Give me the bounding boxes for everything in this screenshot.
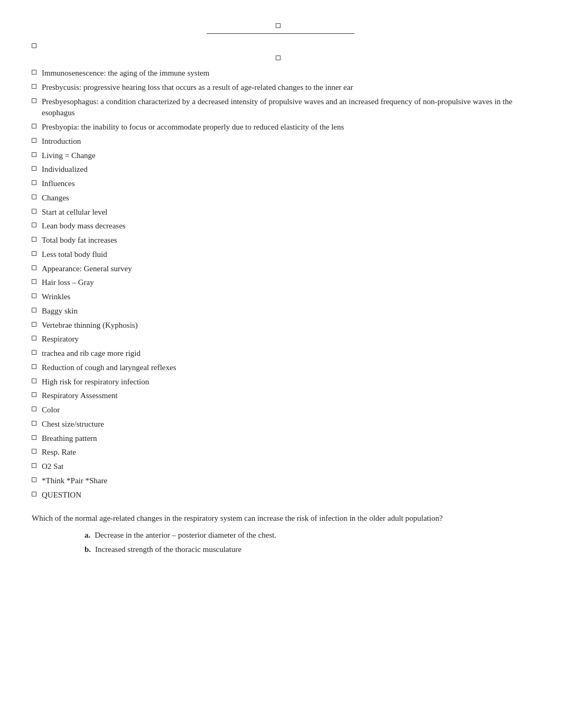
- bullet-icon: [32, 379, 36, 383]
- divider: [207, 33, 354, 34]
- answer-label: b.: [85, 545, 91, 554]
- list-item-text: Reduction of cough and laryngeal reflexe…: [42, 362, 176, 374]
- list-item-text: Total body fat increases: [42, 235, 117, 246]
- bullet-icon: [32, 223, 36, 227]
- list-item-text: Hair loss – Gray: [42, 277, 94, 289]
- bullet-icon: [32, 364, 36, 369]
- question-text: Which of the normal age-related changes …: [32, 512, 529, 524]
- list-item: trachea and rib cage more rigid: [32, 348, 529, 360]
- list-item: High risk for respiratory infection: [32, 376, 529, 388]
- terms-item: Presbycusis: progressive hearing loss th…: [32, 82, 529, 94]
- list-item-text: Respiratory: [42, 334, 79, 345]
- list-item-text: trachea and rib cage more rigid: [42, 348, 141, 360]
- list-item-text: Changes: [42, 192, 69, 204]
- main-title-line: [32, 21, 529, 30]
- list-item: O2 Sat: [32, 461, 529, 473]
- bullet-icon: [32, 293, 36, 298]
- terms-list: Immunosenescence: the aging of the immun…: [32, 68, 529, 133]
- bullet-icon: [32, 209, 36, 214]
- list-item: Respiratory: [32, 334, 529, 345]
- nur-bullet: [32, 43, 36, 48]
- terms-item: Immunosenescence: the aging of the immun…: [32, 68, 529, 79]
- bullet-icon: [32, 392, 36, 397]
- terms-item-text: Presbyopia: the inability to focus or ac…: [42, 122, 344, 133]
- bullet-icon: [32, 492, 36, 496]
- bullet-icon: [32, 166, 36, 171]
- bullet-icon: [32, 70, 36, 75]
- question-block: Which of the normal age-related changes …: [32, 512, 529, 555]
- list-item-text: Individualized: [42, 164, 88, 176]
- list-item-text: O2 Sat: [42, 461, 63, 473]
- bullet-icon: [32, 124, 36, 128]
- bullet-icon: [32, 421, 36, 426]
- answer-item: b.Increased strength of the thoracic mus…: [85, 544, 529, 556]
- list-item: Color: [32, 404, 529, 416]
- list-item: Reduction of cough and laryngeal reflexe…: [32, 362, 529, 374]
- list-item-text: Chest size/structure: [42, 419, 104, 430]
- list-item-text: Less total body fluid: [42, 249, 107, 261]
- bullet-icon: [32, 477, 36, 482]
- list-item: Hair loss – Gray: [32, 277, 529, 289]
- list-item-text: Respiratory Assessment: [42, 390, 118, 402]
- list-item: Changes: [32, 192, 529, 204]
- list-item: Total body fat increases: [32, 235, 529, 246]
- terms-heading: [32, 53, 529, 62]
- bullet-icon: [32, 84, 36, 89]
- bullet-icon: [32, 407, 36, 411]
- bullet-icon: [32, 180, 36, 185]
- list-item-text: Wrinkles: [42, 291, 70, 303]
- list-item-text: Lean body mass decreases: [42, 220, 126, 232]
- list-item-text: Vertebrae thinning (Kyphosis): [42, 320, 138, 331]
- answer-label: a.: [85, 531, 90, 539]
- bullet-icon: [32, 251, 36, 256]
- list-item-text: Resp. Rate: [42, 447, 76, 458]
- nur-line: [32, 41, 529, 48]
- bullet-icon: [32, 195, 36, 199]
- bullet-icon: [32, 265, 36, 270]
- list-item-text: High risk for respiratory infection: [42, 376, 149, 388]
- bullet-icon: [32, 98, 36, 103]
- list-item-text: QUESTION: [42, 490, 81, 501]
- list-item: Lean body mass decreases: [32, 220, 529, 232]
- bullet-icon: [32, 463, 36, 468]
- bullet-icon: [32, 322, 36, 327]
- bullet-icon: [32, 308, 36, 312]
- list-item: Introduction: [32, 136, 529, 148]
- list-item-text: Breathing pattern: [42, 433, 97, 445]
- bullet-icon: [32, 435, 36, 440]
- list-item: Living = Change: [32, 150, 529, 162]
- bullet-icon: [32, 336, 36, 340]
- list-item: Less total body fluid: [32, 249, 529, 261]
- terms-item: Presbyopia: the inability to focus or ac…: [32, 122, 529, 133]
- list-item-text: Baggy skin: [42, 306, 78, 317]
- list-item: Respiratory Assessment: [32, 390, 529, 402]
- terms-item-text: Presbycusis: progressive hearing loss th…: [42, 82, 353, 94]
- list-item: Resp. Rate: [32, 447, 529, 458]
- terms-bullet: [276, 56, 280, 60]
- answer-item: a.Decrease in the anterior – posterior d…: [85, 530, 529, 541]
- list-item-text: Appearance: General survey: [42, 263, 132, 275]
- list-item: Appearance: General survey: [32, 263, 529, 275]
- list-item-text: Influences: [42, 178, 74, 190]
- terms-item: Presbyesophagus: a condition characteriz…: [32, 96, 529, 119]
- main-title-bullet: [276, 23, 280, 28]
- list-item: QUESTION: [32, 490, 529, 501]
- list-item: Start at cellular level: [32, 207, 529, 218]
- bullet-icon: [32, 279, 36, 284]
- bullet-icon: [32, 449, 36, 454]
- bullet-icon: [32, 138, 36, 143]
- list-item-text: Color: [42, 404, 60, 416]
- list-item: *Think *Pair *Share: [32, 475, 529, 487]
- terms-item-text: Presbyesophagus: a condition characteriz…: [42, 96, 529, 119]
- list-item: Chest size/structure: [32, 419, 529, 430]
- list-item: Breathing pattern: [32, 433, 529, 445]
- list-item: Baggy skin: [32, 306, 529, 317]
- list-item-text: Introduction: [42, 136, 81, 148]
- bullet-icon: [32, 350, 36, 355]
- list-item: Wrinkles: [32, 291, 529, 303]
- bullet-icon: [32, 152, 36, 157]
- list-item-text: Start at cellular level: [42, 207, 108, 218]
- list-item-text: *Think *Pair *Share: [42, 475, 107, 487]
- list-item: Influences: [32, 178, 529, 190]
- terms-item-text: Immunosenescence: the aging of the immun…: [42, 68, 209, 79]
